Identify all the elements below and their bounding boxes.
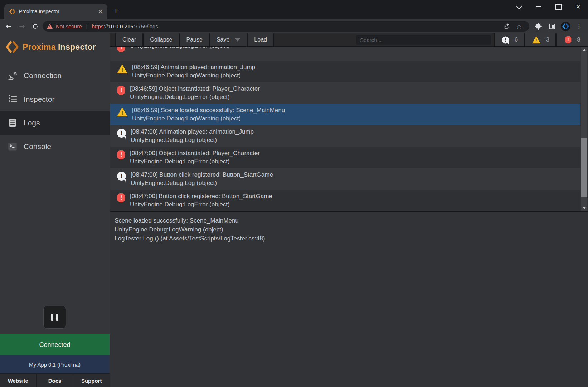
logo-text-proxima: Proxima — [23, 42, 56, 52]
collapse-button[interactable]: Collapse — [142, 33, 179, 46]
log-list-viewport: UnityEngine.Debug:LogError (object)[08:4… — [110, 47, 588, 211]
detail-line-stacktrace: LogTester:Log () (at Assets/TestScripts/… — [115, 234, 588, 243]
not-secure-label[interactable]: Not secure — [56, 23, 82, 29]
log-message: [08:46:59] Object instantiated: Player_C… — [130, 85, 260, 93]
log-row[interactable]: [08:47:00] Button click registered: Butt… — [110, 190, 580, 211]
logs-toolbar: Clear Collapse Pause Save Load 6 3 — [110, 33, 588, 47]
sidebar-item-label: Logs — [24, 119, 40, 127]
sidebar-nav: Connection Inspector — [0, 64, 110, 158]
minimize-button[interactable] — [529, 0, 549, 14]
detail-line-source: UnityEngine.Debug:LogWarning (object) — [115, 225, 588, 234]
log-source: UnityEngine.Debug:LogWarning (object) — [132, 71, 255, 80]
error-count-badge[interactable]: 8 — [555, 33, 588, 46]
proxima-logo: ProximaInspector — [0, 33, 110, 55]
side-panel-icon[interactable] — [545, 20, 559, 32]
log-row[interactable]: [08:46:59] Scene loaded successfully: Sc… — [110, 104, 580, 125]
terminal-icon — [8, 142, 18, 152]
warning-icon — [117, 64, 127, 73]
load-button[interactable]: Load — [247, 33, 274, 46]
document-icon — [8, 118, 18, 128]
log-scrollbar[interactable] — [581, 47, 587, 211]
log-source: UnityEngine.Debug:LogError (object) — [130, 93, 260, 101]
pause-stream-button[interactable] — [43, 306, 66, 329]
sidebar-item-console[interactable]: Console — [0, 135, 110, 158]
browser-navbar: ← → Not secure | https://10.0.0.216:7759… — [0, 19, 588, 33]
log-list: UnityEngine.Debug:LogError (object)[08:4… — [110, 47, 580, 211]
error-octagon-icon — [565, 36, 572, 44]
log-source: UnityEngine.Debug:LogWarning (object) — [132, 114, 285, 123]
scrollbar-thumb[interactable] — [581, 138, 587, 197]
error-icon — [117, 47, 125, 52]
share-icon[interactable] — [501, 21, 513, 31]
log-message: [08:47:00] Object instantiated: Player_C… — [130, 149, 260, 157]
browser-window: Proxima Inspector × + × ← → Not secure |… — [0, 0, 588, 387]
clear-button[interactable]: Clear — [115, 33, 142, 46]
error-icon — [117, 150, 125, 159]
connection-status-bar: Connected — [0, 334, 110, 355]
log-source: UnityEngine.Debug:Log (object) — [131, 179, 273, 187]
maximize-button[interactable] — [549, 0, 568, 14]
log-message: [08:46:59] Animation played: animation_J… — [132, 63, 255, 71]
log-source: UnityEngine.Debug:LogError (object) — [130, 47, 230, 50]
close-window-button[interactable]: × — [568, 0, 588, 14]
scrollbar-up-icon[interactable] — [581, 47, 587, 53]
detail-line-message: Scene loaded successfully: Scene_MainMen… — [115, 216, 588, 225]
sidebar-item-label: Connection — [24, 71, 62, 80]
forward-icon[interactable]: → — [15, 20, 29, 32]
tab-search-chevron-icon[interactable] — [509, 0, 529, 14]
scrollbar-down-icon[interactable] — [581, 205, 587, 211]
tab-title: Proxima Inspector — [19, 9, 97, 14]
save-button[interactable]: Save — [209, 33, 247, 46]
address-bar[interactable]: Not secure | https://10.0.0.216:7759/log… — [43, 21, 529, 32]
footer-link-docs[interactable]: Docs — [36, 374, 73, 387]
back-icon[interactable]: ← — [2, 20, 15, 32]
warning-count-badge[interactable]: 3 — [524, 33, 555, 46]
log-message: [08:47:00] Animation played: animation_J… — [131, 128, 254, 136]
reload-icon[interactable] — [29, 20, 42, 32]
new-tab-button[interactable]: + — [111, 6, 121, 16]
tab-close-icon[interactable]: × — [97, 8, 105, 15]
proxima-logo-icon — [5, 40, 19, 54]
log-bubble-icon — [502, 36, 509, 43]
footer-link-support[interactable]: Support — [73, 374, 110, 387]
sidebar-item-connection[interactable]: Connection — [0, 64, 110, 87]
extensions-puzzle-icon[interactable] — [531, 20, 545, 32]
sidebar-footer: Website Docs Support — [0, 373, 110, 387]
log-message: [08:46:59] Scene loaded successfully: Sc… — [132, 106, 285, 114]
error-icon — [117, 193, 125, 202]
log-message: [08:47:00] Button click registered: Butt… — [131, 171, 273, 179]
log-message: [08:47:00] Button click registered: Butt… — [130, 192, 272, 200]
search-input[interactable] — [356, 35, 491, 45]
save-dropdown-caret-icon[interactable] — [235, 38, 240, 42]
list-icon — [8, 94, 18, 104]
satellite-icon — [8, 71, 18, 81]
log-detail-pane: Scene loaded successfully: Scene_MainMen… — [110, 211, 588, 387]
url-text[interactable]: https://10.0.0.216:7759/logs — [92, 23, 501, 29]
favicon-proxima-logo-icon — [9, 9, 15, 15]
log-row[interactable]: [08:46:59] Object instantiated: Player_C… — [110, 82, 580, 104]
log-row[interactable]: [08:46:59] Animation played: animation_J… — [110, 61, 580, 82]
log-icon — [117, 129, 126, 138]
bookmark-star-icon[interactable]: ☆ — [513, 21, 525, 31]
sidebar: ProximaInspector Connection — [0, 33, 110, 387]
log-row[interactable]: [08:47:00] Button click registered: Butt… — [110, 168, 580, 190]
pause-button[interactable]: Pause — [179, 33, 209, 46]
log-source: UnityEngine.Debug:LogError (object) — [130, 200, 272, 209]
sidebar-item-inspector[interactable]: Inspector — [0, 87, 110, 111]
log-row[interactable]: [08:47:00] Animation played: animation_J… — [110, 125, 580, 147]
browser-menu-kebab-icon[interactable]: ⋮ — [572, 20, 586, 32]
warning-triangle-icon — [532, 36, 540, 44]
not-secure-warning-icon — [47, 24, 53, 29]
error-icon — [117, 86, 125, 95]
url-divider: | — [86, 23, 88, 29]
footer-link-website[interactable]: Website — [0, 374, 36, 387]
browser-titlebar: Proxima Inspector × + × — [0, 0, 588, 19]
profile-avatar[interactable] — [559, 20, 572, 32]
browser-tab[interactable]: Proxima Inspector × — [4, 4, 107, 19]
sidebar-item-label: Console — [24, 142, 51, 151]
log-count-badge[interactable]: 6 — [494, 33, 524, 46]
log-source: UnityEngine.Debug:LogError (object) — [130, 157, 260, 166]
log-row[interactable]: UnityEngine.Debug:LogError (object) — [110, 47, 580, 61]
log-row[interactable]: [08:47:00] Object instantiated: Player_C… — [110, 147, 580, 168]
sidebar-item-logs[interactable]: Logs — [0, 111, 110, 135]
